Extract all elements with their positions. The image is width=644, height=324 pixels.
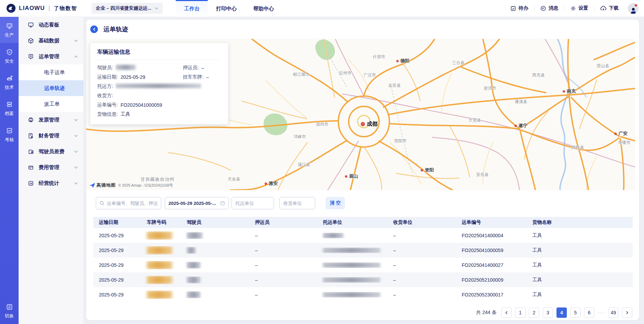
map-label-pengzhou: 彭州市 xyxy=(339,70,351,76)
redacted-plate xyxy=(147,291,172,299)
page-button-4-active[interactable]: 4 xyxy=(556,307,567,318)
chevron-down-icon xyxy=(74,150,78,153)
top-header: LIAOWU | 了物数智 企业 – 四川省捷安越达运... 工作台 打印中心 … xyxy=(0,0,644,17)
redacted-driver xyxy=(187,276,201,283)
prev-page-button[interactable] xyxy=(501,307,512,318)
page-title-row: 运单轨迹 xyxy=(86,20,639,39)
consignor-filter-box xyxy=(232,197,274,209)
sidebar-item-business-statistics[interactable]: 经营统计 xyxy=(19,175,83,191)
order-no-value: FO2025041000059 xyxy=(121,102,162,108)
escort-value: – xyxy=(201,65,204,71)
redacted-plate xyxy=(147,276,172,284)
page-button-last[interactable]: 49 xyxy=(608,307,619,318)
redacted-driver xyxy=(187,247,196,254)
message-button[interactable]: 消息 xyxy=(534,5,564,11)
consignor-input[interactable] xyxy=(235,201,270,206)
rail-item-safety[interactable]: 安全 xyxy=(0,43,19,69)
assessment-icon xyxy=(6,127,13,134)
sidebar-item-label: 动态看板 xyxy=(39,22,59,28)
message-icon xyxy=(540,6,546,11)
settings-button[interactable]: 设置 xyxy=(564,5,594,11)
table-row[interactable]: 2025-05-29 – – FO2025052100009 工具 xyxy=(93,272,633,287)
rail-item-archives[interactable]: 档案 xyxy=(0,95,19,122)
invoice-icon xyxy=(28,117,34,123)
todo-button[interactable]: 待办 xyxy=(504,5,534,11)
user-avatar[interactable] xyxy=(628,3,638,14)
transport-info-card: 车辆运输信息 驾驶员: 押运员: – 运输日期: 2025-05-29 挂车车牌… xyxy=(90,43,228,124)
table-row[interactable]: 2025-05-29 – – FO2025041400027 工具 xyxy=(93,258,633,272)
brand-name: LIAOWU xyxy=(19,5,45,12)
tab-print-center[interactable]: 打印中心 xyxy=(208,0,245,17)
sidebar-item-driver-expense[interactable]: 驾驶员差费 xyxy=(19,144,83,159)
col-receiver: 收货单位 xyxy=(388,219,456,226)
map-label-shehong: 射洪市 xyxy=(484,85,496,91)
search-box xyxy=(96,197,161,209)
page-button-2[interactable]: 2 xyxy=(529,307,539,318)
map-label-tianquan: 天全县 xyxy=(228,176,240,182)
col-consignor: 托运单位 xyxy=(317,219,388,226)
sidebar-subitem-waybill-track[interactable]: 运单轨迹 xyxy=(19,80,83,96)
city-marker-icon xyxy=(345,175,347,178)
table-row[interactable]: 2025-05-29 – – FO2025052300017 工具 xyxy=(93,287,633,302)
page-button-1[interactable]: 1 xyxy=(515,307,525,318)
redacted-consignor xyxy=(323,277,380,283)
download-button[interactable]: 下载 xyxy=(594,5,624,11)
sidebar-item-label: 驾驶员差费 xyxy=(39,148,64,155)
info-card-title: 车辆运输信息 xyxy=(97,49,221,60)
page-button-3[interactable]: 3 xyxy=(543,307,553,318)
redacted-consignor xyxy=(323,233,344,238)
city-marker-icon xyxy=(514,125,517,127)
map-attribution: 高德地图 © 2025 Amap - GS(2024)1158号 xyxy=(90,182,173,188)
redacted-plate xyxy=(147,261,172,269)
map-canvas[interactable]: 成都 德阳 南充 遂宁 广安 资阳 眉山 雅安 什邡市 三台县 营山县 西充县 … xyxy=(86,39,635,190)
sidebar-item-expense-mgmt[interactable]: 费用管理 xyxy=(19,159,83,175)
message-label: 消息 xyxy=(549,5,558,11)
next-page-button[interactable] xyxy=(622,307,632,318)
tab-help-center[interactable]: 帮助中心 xyxy=(245,0,282,17)
search-input[interactable] xyxy=(107,201,157,206)
rail-item-assessment[interactable]: 考核 xyxy=(0,122,19,148)
main-panel: 运单轨迹 xyxy=(86,20,639,320)
map-label-nanchong: 南充 xyxy=(563,88,576,94)
table-row[interactable]: 2025-05-29 – – FO2025041000059 工具 xyxy=(93,243,633,258)
map-label-guanghan: 广汉市 xyxy=(364,72,376,78)
rail-item-technology[interactable]: 技术 xyxy=(0,69,19,95)
table-row[interactable]: 2025-05-29 – – FO2025041400004 工具 xyxy=(93,228,633,243)
date-range-picker[interactable]: 2025-05-29 2025-05-... xyxy=(165,197,229,209)
cell-date: 2025-05-29 xyxy=(93,262,141,268)
shield-icon xyxy=(6,49,13,56)
cell-date: 2025-05-29 xyxy=(93,292,141,297)
sidebar-item-label: 发票管理 xyxy=(39,117,59,123)
back-button[interactable] xyxy=(90,25,98,33)
rail-item-switch[interactable]: 切换 xyxy=(0,298,19,324)
col-order-no: 运单编号 xyxy=(456,219,527,226)
order-no-label: 运单编号: xyxy=(97,102,118,108)
sidebar-menu: 动态看板 基础数据 运单管理 电子运单 运单轨迹 派工单 发票管理 财务管理 驾… xyxy=(19,17,83,324)
sidebar-item-finance-mgmt[interactable]: 财务管理 xyxy=(19,128,83,144)
rail-item-production[interactable]: 生产 xyxy=(0,17,19,43)
sidebar-subitem-dispatch-order[interactable]: 派工单 xyxy=(19,96,83,112)
cell-order-no: FO2025052300017 xyxy=(456,292,527,297)
redacted-consignor xyxy=(323,248,380,253)
sidebar-item-base-data[interactable]: 基础数据 xyxy=(19,33,83,49)
rail-label: 生产 xyxy=(5,32,14,38)
cell-escort: – xyxy=(249,262,317,268)
page-button-6[interactable]: 6 xyxy=(584,307,594,318)
sidebar-item-invoice-mgmt[interactable]: 发票管理 xyxy=(19,112,83,128)
sidebar-item-dashboard[interactable]: 动态看板 xyxy=(19,17,83,33)
receiver-input[interactable] xyxy=(283,201,311,206)
city-marker-icon xyxy=(421,169,423,171)
cell-date: 2025-05-29 xyxy=(93,233,141,238)
tab-workbench[interactable]: 工作台 xyxy=(176,0,208,17)
sidebar-subitem-electronic-waybill[interactable]: 电子运单 xyxy=(19,64,83,80)
cell-escort: – xyxy=(249,233,317,238)
rail-label: 档案 xyxy=(5,111,14,117)
clear-button[interactable]: 清 空 xyxy=(326,197,345,209)
redacted-plate xyxy=(147,231,172,240)
rail-label: 切换 xyxy=(5,313,14,319)
amap-logo[interactable]: 高德地图 xyxy=(90,182,116,188)
org-selector[interactable]: 企业 – 四川省捷安越达运... xyxy=(92,3,163,14)
calendar-icon xyxy=(220,201,225,206)
sidebar-item-waybill-mgmt[interactable]: 运单管理 xyxy=(19,49,83,64)
page-button-5[interactable]: 5 xyxy=(570,307,581,318)
